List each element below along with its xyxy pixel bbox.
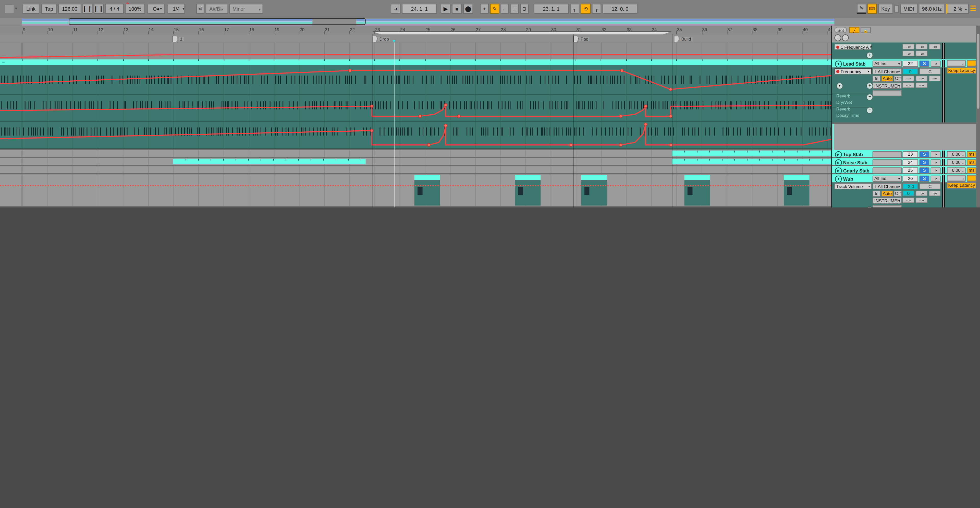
send-knob-field[interactable]: -∞	[902, 197, 915, 203]
overview-viewport-frame[interactable]	[68, 18, 366, 25]
group-track-name[interactable]: 1 Frequency A▾	[834, 44, 872, 50]
volume-automation-field[interactable]: -3.0	[902, 183, 918, 189]
clip-bar[interactable]	[672, 159, 831, 164]
send-knob-field[interactable]: -∞	[916, 190, 928, 196]
monitor-auto-button[interactable]: Auto	[881, 190, 893, 197]
wub-track-row[interactable]	[0, 174, 831, 207]
lock-envelopes-icon[interactable]: 🔒	[861, 27, 870, 33]
send-knob-field[interactable]: -∞	[916, 197, 928, 203]
wub-clip-title-bar[interactable]	[684, 175, 710, 179]
output-routing-selector[interactable]: INSTRUMEN▾	[873, 83, 902, 89]
monitor-off-button[interactable]: Off	[894, 75, 902, 81]
loop-length-field[interactable]: 12. 0. 0	[603, 4, 638, 14]
track-activator-button[interactable]: ◑	[931, 167, 941, 173]
unfold-track-icon[interactable]: ▶	[835, 159, 842, 166]
top-stab-track-row[interactable]	[0, 150, 831, 157]
arrangement-position-field[interactable]: 24. 1. 1	[402, 4, 437, 14]
wub-clip-body[interactable]	[684, 179, 710, 205]
wub-clip-body[interactable]	[581, 179, 607, 205]
delay-ms-toggle[interactable]: ms	[967, 151, 977, 157]
routing-collapsed-box[interactable]	[873, 167, 902, 173]
track-volume-field[interactable]: 25	[902, 167, 918, 173]
prev-locator-button[interactable]: ←	[834, 35, 841, 41]
send-knob-field[interactable]: 0	[902, 190, 915, 196]
track-volume-field[interactable]: 23	[902, 151, 918, 157]
send-knob-field[interactable]: -∞	[916, 83, 928, 88]
input-routing-selector[interactable]: All Ins▾	[873, 60, 902, 66]
groove-amount-icon[interactable]: ❙❙	[83, 4, 92, 14]
tap-tempo-button[interactable]: Tap	[41, 4, 57, 14]
session-record-button[interactable]: O	[520, 4, 529, 14]
monitor-auto-button[interactable]: Auto	[881, 75, 893, 81]
draw-automation-icon[interactable]: ✎	[857, 4, 866, 14]
track-activator-button[interactable]: ◑	[931, 60, 941, 66]
wub-clip-title-bar[interactable]	[414, 175, 440, 179]
automation-device-selector[interactable]: Frequency▾	[834, 68, 872, 74]
stop-button[interactable]: ■	[452, 4, 462, 14]
send-knob-field[interactable]: -∞	[916, 75, 928, 81]
hamburger-menu-icon[interactable]: ☰	[970, 4, 976, 13]
solo-button[interactable]: S	[919, 167, 929, 173]
overdub-button[interactable]: +	[480, 4, 489, 14]
clip-bar[interactable]	[173, 159, 366, 164]
delay-ms-toggle[interactable]	[967, 60, 977, 66]
send-knob-field[interactable]: -∞	[916, 44, 928, 49]
solo-button[interactable]: S	[919, 60, 929, 66]
send-knob-field[interactable]: -∞	[929, 44, 941, 49]
midi-map-button[interactable]: MIDI	[900, 4, 918, 14]
wub-clip-body[interactable]	[515, 179, 541, 205]
link-button[interactable]: Link	[22, 4, 39, 14]
pan-center-field[interactable]: C	[919, 183, 940, 189]
send-knob-field[interactable]: -∞	[929, 190, 941, 196]
next-locator-button[interactable]: →	[842, 35, 849, 41]
pan-field[interactable]: 0	[902, 68, 918, 74]
solo-button[interactable]: S	[919, 151, 929, 157]
remove-lane-button[interactable]: −	[866, 107, 873, 114]
arrangement-scrollbar[interactable]	[976, 25, 980, 208]
chevron-down-icon[interactable]: ▾	[15, 6, 18, 11]
noise-stab-track-row[interactable]	[0, 158, 831, 165]
delay-ms-toggle[interactable]: ms	[967, 159, 977, 165]
unfold-track-icon[interactable]: ▶	[835, 167, 842, 174]
follow-button[interactable]: ➔	[391, 4, 401, 14]
unfold-track-icon[interactable]: ▶	[835, 151, 842, 158]
routing-extra-box[interactable]	[873, 205, 902, 208]
pan-center-field[interactable]: C	[919, 68, 940, 74]
solo-button[interactable]: S	[919, 159, 929, 165]
clip-bar[interactable]	[672, 150, 831, 156]
gnarly-stab-track-row[interactable]	[0, 166, 831, 173]
wub-clip-title-bar[interactable]	[515, 175, 541, 179]
send-knob-field[interactable]: -∞	[929, 75, 941, 81]
keep-latency-button[interactable]: Keep Latency	[947, 182, 976, 188]
loop-start-field[interactable]: 23. 1. 1	[534, 4, 569, 14]
routing-collapsed-box[interactable]	[873, 151, 902, 157]
monitor-in-button[interactable]: In	[873, 190, 881, 197]
fold-lane-icon[interactable]: ▼	[836, 83, 843, 89]
punch-out-button[interactable]: ┌	[592, 4, 601, 14]
add-automation-lane-button[interactable]: +	[866, 83, 873, 89]
back-to-arrangement-button[interactable]: ←	[501, 4, 509, 14]
pencil-locator-icon[interactable]: ╱	[850, 27, 859, 33]
track-activator-button[interactable]: ◑	[931, 159, 941, 165]
send-knob-field[interactable]: -∞	[902, 44, 915, 49]
channel-routing-selector[interactable]: ⠇All Channе▾	[873, 183, 902, 189]
wub-clip-body[interactable]	[414, 179, 440, 205]
punch-in-button[interactable]: ┐	[570, 4, 579, 14]
wub-clip-body[interactable]	[784, 179, 809, 205]
delay-ms-toggle[interactable]: ms	[967, 167, 977, 173]
quantize-percent-field[interactable]: 100%	[125, 4, 145, 14]
send-knob-field[interactable]: -∞	[902, 51, 915, 56]
metronome-sound-selector[interactable]: O●	[148, 4, 165, 14]
send-knob-field[interactable]: -∞	[902, 75, 915, 81]
scrollbar-thumb[interactable]	[977, 34, 980, 109]
scale-root-selector[interactable]: A#/B♭ ▾	[206, 4, 228, 14]
track-volume-field[interactable]: 24	[902, 159, 918, 165]
metronome-icon[interactable]: ❙❙	[94, 4, 103, 14]
session-select-icon[interactable]: ⬚	[510, 4, 519, 14]
solo-button[interactable]: S	[919, 175, 929, 181]
collapse-panels-icon[interactable]	[5, 5, 14, 13]
send-knob-field[interactable]: -∞	[902, 83, 915, 88]
tempo-field[interactable]: 126.00	[58, 4, 81, 14]
monitor-in-button[interactable]: In	[873, 75, 881, 81]
keep-latency-button[interactable]: Keep Latency	[947, 67, 976, 73]
